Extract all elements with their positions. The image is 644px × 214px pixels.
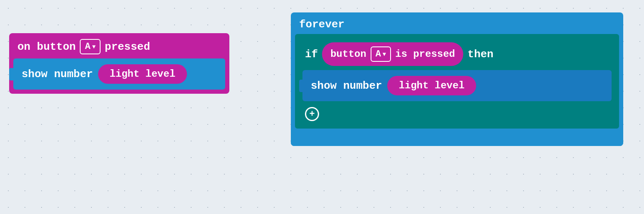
button-a-dropdown[interactable]: A ▼ <box>80 39 101 54</box>
show-number-label: show number <box>22 68 93 80</box>
condition-a-dropdown[interactable]: A ▼ <box>371 46 391 62</box>
show-number-label-right: show number <box>311 80 382 92</box>
dropdown-arrow-icon: ▼ <box>92 44 96 50</box>
show-number-body: show number light level <box>13 58 225 90</box>
plus-row: + <box>299 105 615 124</box>
pressed-label: pressed <box>105 41 150 53</box>
on-button-label: on button <box>17 41 76 53</box>
if-row: if button A ▼ is pressed then <box>299 38 615 70</box>
forever-bottom <box>291 140 623 146</box>
forever-tail <box>295 133 619 140</box>
if-label: if <box>305 48 318 61</box>
if-condition-pill: button A ▼ is pressed <box>322 42 463 66</box>
condition-button-label: button <box>330 49 366 60</box>
forever-block: forever if button A ▼ is pressed then sh… <box>291 12 623 146</box>
on-button-block: on button A ▼ pressed show number light … <box>9 33 229 94</box>
forever-header: forever <box>291 12 623 34</box>
add-block-button[interactable]: + <box>305 107 319 121</box>
then-label: then <box>467 48 493 61</box>
forever-label: forever <box>299 18 344 31</box>
condition-dropdown-arrow-icon: ▼ <box>383 51 386 58</box>
forever-inner: if button A ▼ is pressed then show numbe… <box>295 34 619 129</box>
light-level-pill-right[interactable]: light level <box>387 76 476 95</box>
is-pressed-label: is pressed <box>395 49 455 60</box>
if-body: show number light level <box>302 70 612 101</box>
on-button-header: on button A ▼ pressed <box>9 33 229 58</box>
light-level-pill-left[interactable]: light level <box>98 64 187 84</box>
